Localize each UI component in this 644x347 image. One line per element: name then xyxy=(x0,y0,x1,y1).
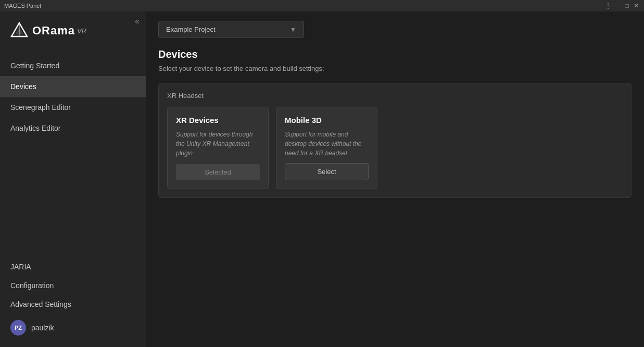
close-button[interactable]: ✕ xyxy=(633,2,640,9)
sidebar-item-jaria[interactable]: JARIA xyxy=(0,257,146,276)
orama-logo-icon xyxy=(10,22,28,40)
device-card-mobile-title: Mobile 3D xyxy=(285,116,369,125)
sidebar-item-getting-started[interactable]: Getting Started xyxy=(0,55,146,76)
project-dropdown[interactable]: Example Project ▼ xyxy=(158,21,304,38)
device-card-xr-title: XR Devices xyxy=(176,116,260,125)
title-bar-controls: ⋮ ─ □ ✕ xyxy=(604,2,640,9)
sidebar-item-devices[interactable]: Devices xyxy=(0,76,146,97)
device-card-xr-desc: Support for devices through the Unity XR… xyxy=(176,130,260,159)
sidebar-item-analytics-editor[interactable]: Analytics Editor xyxy=(0,118,146,139)
more-button[interactable]: ⋮ xyxy=(604,2,612,9)
device-card-mobile-desc: Support for mobile and desktop devices w… xyxy=(285,130,369,158)
sidebar-item-configuration[interactable]: Configuration xyxy=(0,276,146,295)
title-bar-title: MAGES Panel xyxy=(4,3,41,9)
device-card-mobile-button[interactable]: Select xyxy=(285,163,369,180)
section-subtitle: Select your device to set the camera and… xyxy=(158,65,632,72)
content-area: Example Project ▼ Devices Select your de… xyxy=(146,11,644,347)
device-card-mobile[interactable]: Mobile 3D Support for mobile and desktop… xyxy=(276,107,377,189)
minimize-button[interactable]: ─ xyxy=(614,2,621,9)
logo-vr-text: VR xyxy=(77,27,86,35)
main-layout: « ORama VR Getting Started Devices Scene… xyxy=(0,11,644,347)
device-group-label: XR Headset xyxy=(167,92,623,100)
maximize-button[interactable]: □ xyxy=(623,2,630,9)
user-avatar: PZ xyxy=(10,320,26,336)
dropdown-arrow-icon: ▼ xyxy=(290,26,296,33)
sidebar-bottom: JARIA Configuration Advanced Settings PZ… xyxy=(0,252,146,347)
sidebar-item-scenegraph-editor[interactable]: Scenegraph Editor xyxy=(0,97,146,118)
title-bar-left: MAGES Panel xyxy=(4,3,41,9)
user-name: paulzik xyxy=(31,324,54,332)
title-bar: MAGES Panel ⋮ ─ □ ✕ xyxy=(0,0,644,11)
content-header: Example Project ▼ xyxy=(146,11,644,43)
content-body: Devices Select your device to set the ca… xyxy=(146,43,644,347)
device-card-xr[interactable]: XR Devices Support for devices through t… xyxy=(167,107,269,189)
device-card-xr-button[interactable]: Selected xyxy=(176,164,260,180)
project-dropdown-text: Example Project xyxy=(166,26,216,33)
sidebar-logo: ORama VR xyxy=(0,11,146,55)
section-title: Devices xyxy=(158,48,632,60)
device-group: XR Headset XR Devices Support for device… xyxy=(158,83,632,198)
sidebar: « ORama VR Getting Started Devices Scene… xyxy=(0,11,146,347)
sidebar-nav: Getting Started Devices Scenegraph Edito… xyxy=(0,55,146,252)
sidebar-collapse-button[interactable]: « xyxy=(133,16,142,27)
device-cards: XR Devices Support for devices through t… xyxy=(167,107,623,189)
sidebar-item-advanced-settings[interactable]: Advanced Settings xyxy=(0,295,146,314)
logo-text: ORama xyxy=(32,24,75,38)
user-section[interactable]: PZ paulzik xyxy=(0,314,146,342)
